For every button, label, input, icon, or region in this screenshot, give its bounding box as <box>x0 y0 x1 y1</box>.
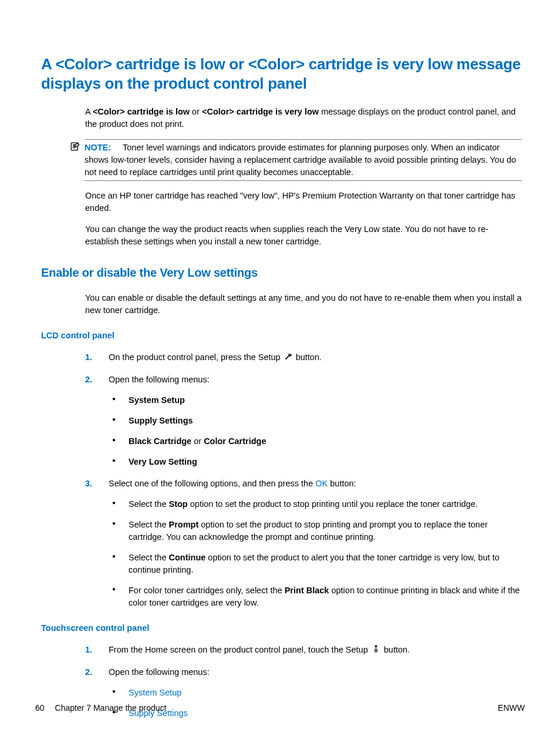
paragraph: You can enable or disable the default se… <box>85 292 522 317</box>
step-item: 2. Open the following menus: System Setu… <box>85 374 522 468</box>
step-number: 1. <box>85 351 92 364</box>
ok-text: OK <box>315 479 328 488</box>
step-text: Open the following menus: <box>109 375 210 384</box>
step-text: Open the following menus: <box>109 667 210 677</box>
step-number: 2. <box>85 666 92 678</box>
step-text: Select one of the following options, and… <box>109 479 315 488</box>
step-item: 3. Select one of the following options, … <box>85 478 522 609</box>
menu-link[interactable]: System Setup <box>129 688 181 697</box>
list-item: Select the Stop option to set the produc… <box>109 498 522 510</box>
step-item: 1. On the product control panel, press t… <box>85 351 522 364</box>
chapter-label: Chapter 7 Manage the product <box>55 702 167 714</box>
paragraph: Once an HP toner cartridge has reached "… <box>85 190 522 214</box>
list-item: Very Low Setting <box>109 456 522 468</box>
text-bold: <Color> cartridge is low <box>93 107 190 116</box>
svg-point-2 <box>375 650 376 651</box>
page-footer: 60 Chapter 7 Manage the product ENWW <box>35 702 525 714</box>
page-title: A <Color> cartridge is low or <Color> ca… <box>41 55 525 93</box>
step-text: On the product control panel, press the … <box>109 352 283 362</box>
step-text: button. <box>382 645 410 654</box>
language-code: ENWW <box>498 702 525 714</box>
step-text: button. <box>294 352 322 362</box>
list-item: Supply Settings <box>109 415 522 427</box>
step-number: 3. <box>85 478 92 490</box>
step-item: 1. From the Home screen on the product c… <box>85 644 522 657</box>
intro-paragraph: A <Color> cartridge is low or <Color> ca… <box>85 106 522 130</box>
note-icon <box>69 140 81 156</box>
note-text: Toner level warnings and indicators prov… <box>85 143 516 177</box>
note-block: NOTE: Toner level warnings and indicator… <box>69 139 522 181</box>
page-number: 60 <box>35 702 45 714</box>
text: or <box>190 107 202 116</box>
list-item: Black Cartridge or Color Cartridge <box>109 435 522 448</box>
list-item: Select the Prompt option to set the prod… <box>109 519 522 543</box>
step-number: 2. <box>85 374 92 386</box>
wrench-icon <box>284 352 292 364</box>
note-label: NOTE: <box>85 143 111 152</box>
subsection-heading: Touchscreen control panel <box>41 622 525 634</box>
list-item: System Setup <box>109 687 522 699</box>
setup-touch-icon <box>372 644 380 657</box>
step-text: From the Home screen on the product cont… <box>109 645 370 654</box>
text-bold: <Color> cartridge is very low <box>202 107 319 116</box>
section-heading: Enable or disable the Very Low settings <box>41 264 525 281</box>
step-number: 1. <box>85 644 92 656</box>
paragraph: You can change the way the product react… <box>85 223 522 248</box>
text: A <box>85 107 93 116</box>
list-item: For color toner cartridges only, select … <box>109 584 522 609</box>
list-item: Select the Continue option to set the pr… <box>109 552 522 576</box>
step-text: button: <box>328 479 356 488</box>
subsection-heading: LCD control panel <box>41 330 525 342</box>
list-item: System Setup <box>109 394 522 406</box>
